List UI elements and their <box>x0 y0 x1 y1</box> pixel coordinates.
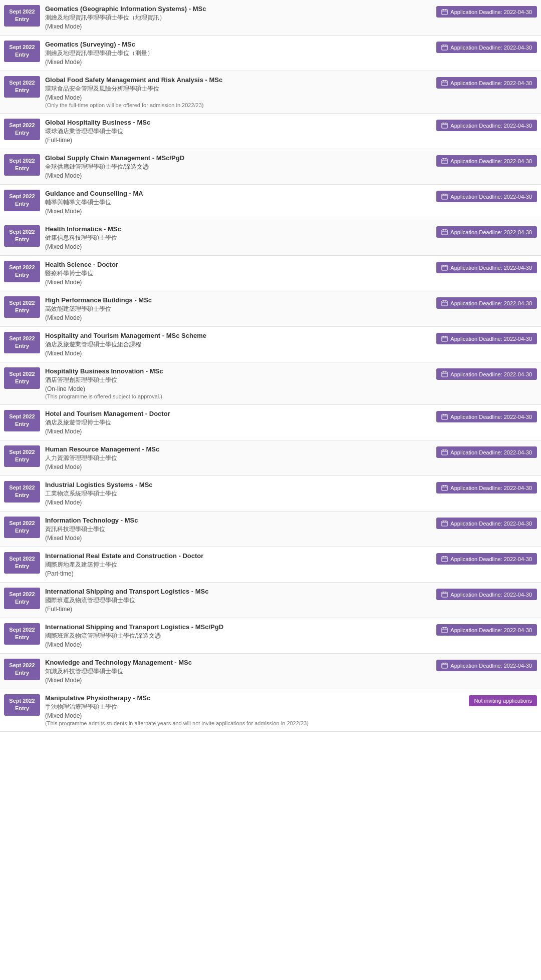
program-mode: (Mixed Mode) <box>45 279 432 286</box>
program-title-zh: 酒店管理創新理學碩士學位 <box>45 376 432 384</box>
calendar-icon <box>441 193 448 200</box>
program-info: Industrial Logistics Systems - MSc工業物流系統… <box>45 481 436 506</box>
calendar-icon <box>441 413 448 420</box>
svg-rect-0 <box>442 10 447 15</box>
program-mode: (Mixed Mode) <box>45 641 432 648</box>
program-title-en: Hotel and Tourism Management - Doctor <box>45 410 432 417</box>
program-title-en: Health Science - Doctor <box>45 261 432 268</box>
program-item: Sept 2022 EntryHuman Resource Management… <box>0 440 541 476</box>
calendar-icon <box>441 627 448 633</box>
program-title-en: Global Food Safety Management and Risk A… <box>45 76 432 84</box>
program-title-en: Global Hospitality Business - MSc <box>45 119 432 126</box>
program-note: (Only the full-time option will be offer… <box>45 102 432 108</box>
deadline-text: Application Deadline: 2022-04-30 <box>450 663 532 669</box>
svg-rect-72 <box>442 663 447 668</box>
deadline-text: Application Deadline: 2022-04-30 <box>450 80 532 86</box>
entry-badge: Sept 2022 Entry <box>4 552 40 574</box>
calendar-icon <box>441 484 448 491</box>
program-title-zh: 環球食品安全管理及風險分析理學碩士學位 <box>45 85 432 93</box>
program-mode: (Part-time) <box>45 570 432 577</box>
calendar-icon <box>441 520 448 527</box>
program-item: Sept 2022 EntryHotel and Tourism Managem… <box>0 405 541 440</box>
svg-rect-8 <box>442 81 447 86</box>
program-title-zh: 手法物理治療理學碩士學位 <box>45 703 465 711</box>
program-info: Human Resource Management - MSc人力資源管理理學碩… <box>45 445 436 470</box>
entry-badge: Sept 2022 Entry <box>4 76 40 98</box>
program-title-en: Hospitality Business Innovation - MSc <box>45 367 432 375</box>
svg-rect-4 <box>442 45 447 50</box>
program-item: Sept 2022 EntryInternational Shipping an… <box>0 583 541 618</box>
calendar-icon <box>441 300 448 306</box>
program-item: Sept 2022 EntryHealth Informatics - MSc健… <box>0 220 541 256</box>
program-title-en: Geomatics (Surveying) - MSc <box>45 41 432 48</box>
program-title-zh: 國際班運及物流管理理學碩士學位/深造文憑 <box>45 632 432 640</box>
deadline-badge: Application Deadline: 2022-04-30 <box>436 191 537 202</box>
program-title-en: Manipulative Physiotherapy - MSc <box>45 694 465 702</box>
svg-rect-36 <box>442 336 447 341</box>
program-info: Information Technology - MSc資訊科技理學碩士學位(M… <box>45 517 436 542</box>
calendar-icon <box>441 229 448 235</box>
svg-rect-56 <box>442 521 447 526</box>
deadline-badge: Application Deadline: 2022-04-30 <box>436 553 537 565</box>
program-title-en: High Performance Buildings - MSc <box>45 296 432 304</box>
program-item: Sept 2022 EntryGeomatics (Surveying) - M… <box>0 36 541 71</box>
program-title-zh: 環球酒店業管理理學碩士學位 <box>45 127 432 136</box>
entry-badge: Sept 2022 Entry <box>4 296 40 318</box>
program-info: Geomatics (Surveying) - MSc測繪及地理資訊學理學碩士學… <box>45 41 436 66</box>
entry-badge: Sept 2022 Entry <box>4 332 40 353</box>
svg-rect-28 <box>442 265 447 270</box>
program-mode: (Mixed Mode) <box>45 243 432 250</box>
program-note: (This programme is offered subject to ap… <box>45 393 432 399</box>
program-mode: (Mixed Mode) <box>45 59 432 66</box>
program-title-zh: 酒店及旅遊管理博士學位 <box>45 418 432 427</box>
program-title-zh: 輔導與輔導文學碩士學位 <box>45 198 432 207</box>
program-item: Sept 2022 EntryHealth Science - Doctor醫療… <box>0 256 541 291</box>
program-title-zh: 健康信息科技理學碩士學位 <box>45 234 432 242</box>
entry-badge: Sept 2022 Entry <box>4 588 40 609</box>
program-mode: (Mixed Mode) <box>45 428 432 435</box>
program-item: Sept 2022 EntryInternational Shipping an… <box>0 618 541 654</box>
svg-rect-24 <box>442 230 447 235</box>
entry-badge: Sept 2022 Entry <box>4 119 40 140</box>
deadline-text: Application Deadline: 2022-04-30 <box>450 371 532 377</box>
program-title-zh: 工業物流系統理學碩士學位 <box>45 489 432 498</box>
program-item: Sept 2022 EntryGlobal Food Safety Manage… <box>0 71 541 114</box>
program-title-zh: 測繪及地理資訊學理學碩士學位（地理資訊） <box>45 14 432 22</box>
program-mode: (Full-time) <box>45 137 432 144</box>
deadline-badge: Application Deadline: 2022-04-30 <box>436 368 537 380</box>
svg-rect-12 <box>442 123 447 128</box>
calendar-icon <box>441 591 448 598</box>
calendar-icon <box>441 264 448 271</box>
deadline-text: Application Deadline: 2022-04-30 <box>450 627 532 633</box>
program-mode: (On-line Mode) <box>45 385 432 392</box>
calendar-icon <box>441 335 448 342</box>
program-title-zh: 人力資源管理理學碩士學位 <box>45 454 432 462</box>
program-title-zh: 資訊科技理學碩士學位 <box>45 525 432 534</box>
svg-rect-32 <box>442 301 447 306</box>
program-list: Sept 2022 EntryGeomatics (Geographic Inf… <box>0 0 541 732</box>
program-title-zh: 酒店及旅遊業管理碩士學位組合課程 <box>45 340 432 349</box>
calendar-icon <box>441 556 448 562</box>
svg-rect-48 <box>442 450 447 455</box>
program-title-en: Guidance and Counselling - MA <box>45 190 432 197</box>
program-info: High Performance Buildings - MSc高效能建築理學碩… <box>45 296 436 321</box>
program-note: (This programme admits students in alter… <box>45 720 465 726</box>
deadline-badge: Application Deadline: 2022-04-30 <box>436 411 537 422</box>
svg-rect-40 <box>442 372 447 377</box>
program-mode: (Mixed Mode) <box>45 350 432 357</box>
svg-rect-20 <box>442 194 447 199</box>
entry-badge: Sept 2022 Entry <box>4 623 40 645</box>
program-mode: (Mixed Mode) <box>45 94 432 101</box>
program-title-en: International Real Estate and Constructi… <box>45 552 432 560</box>
entry-badge: Sept 2022 Entry <box>4 694 40 716</box>
svg-rect-44 <box>442 414 447 419</box>
entry-badge: Sept 2022 Entry <box>4 659 40 680</box>
program-title-en: International Shipping and Transport Log… <box>45 588 432 595</box>
deadline-badge: Application Deadline: 2022-04-30 <box>436 120 537 131</box>
deadline-badge: Application Deadline: 2022-04-30 <box>436 333 537 344</box>
program-title-zh: 知識及科技管理理學碩士學位 <box>45 667 432 676</box>
program-mode: (Mixed Mode) <box>45 677 432 684</box>
program-info: Guidance and Counselling - MA輔導與輔導文學碩士學位… <box>45 190 436 215</box>
program-title-en: Health Informatics - MSc <box>45 225 432 233</box>
program-title-en: Information Technology - MSc <box>45 517 432 524</box>
